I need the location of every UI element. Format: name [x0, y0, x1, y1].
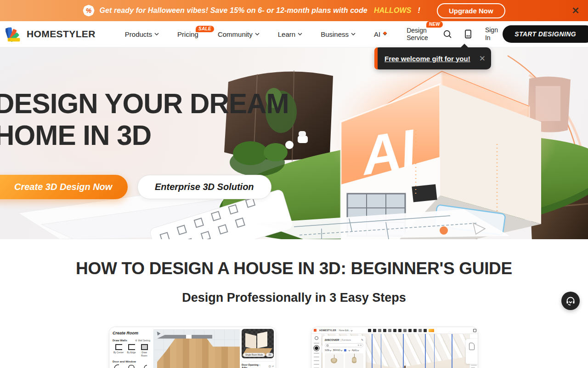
floating-item-card	[466, 339, 478, 364]
single-room-mode-pill: Single Room Mode	[243, 353, 265, 357]
promo-message: Get ready for Halloween vibes! Save 15% …	[99, 6, 367, 15]
mini-search-icon	[358, 345, 359, 346]
nav-item-pricing[interactable]: Pricing SALE	[171, 30, 205, 38]
double-door-icon	[128, 364, 135, 368]
discover-category: | Furniture	[340, 339, 351, 341]
chevron-down-icon	[351, 33, 356, 35]
discover-title: DISCOVER	[325, 339, 339, 341]
expand-icon: ↗	[272, 365, 274, 368]
promo-code: HALLOWS	[374, 6, 412, 15]
nav-menu: Products Pricing SALE Community Learn Bu…	[119, 27, 435, 41]
editor-top-bar: HOMESTYLER Home Edit...	[311, 327, 478, 334]
color-filter-swatch	[344, 349, 346, 351]
room-wall	[157, 335, 212, 339]
filter-row: SIZE BRAND Apply	[325, 349, 363, 351]
nav-item-design-service[interactable]: Design Service NEW	[400, 27, 435, 41]
banner-close-icon[interactable]: ✕	[571, 6, 581, 16]
enterprise-solution-button[interactable]: Enterprise 3D Solution	[137, 175, 271, 199]
editor-corner-icon	[473, 329, 476, 332]
homestyler-logo[interactable]: HOMESTYLER	[6, 25, 96, 43]
new-badge: NEW	[426, 21, 443, 28]
pencil-icon: ✎	[361, 338, 363, 341]
door-opening-panel: Door Opening - Adju... ⓘ ↗	[242, 361, 274, 368]
sign-in-link[interactable]: SignIn	[485, 26, 498, 42]
hero-ai-label: AI	[356, 118, 421, 187]
editor-brand: HOMESTYLER	[319, 329, 336, 332]
upgrade-now-button[interactable]: Upgrade Now	[437, 3, 505, 18]
room-3d-preview: Single Room Mode 3D	[242, 329, 274, 358]
gear-icon: ⚙	[135, 339, 137, 342]
search-icon[interactable]	[443, 29, 452, 39]
draw-room-icon	[141, 344, 148, 350]
window-arc-icon	[143, 364, 149, 368]
tool-by-center: By Center	[113, 344, 124, 357]
homestyler-landing-page: % Get ready for Halloween vibes! Save 15…	[0, 0, 588, 368]
nav-item-products[interactable]: Products	[119, 30, 165, 38]
discover-panel: DISCOVER | Furniture ✎ SIZE BRAND Apply	[322, 336, 366, 368]
hero-section: AI	[0, 47, 588, 239]
notification-dot	[384, 32, 386, 34]
brand-name: HOMESTYLER	[27, 29, 96, 40]
panel-title: Create Room	[113, 331, 150, 335]
door-gap	[186, 335, 192, 339]
editor-search-box	[325, 343, 363, 347]
view-3d-pill: 3D	[266, 353, 273, 357]
logo-fan-icon	[6, 25, 23, 43]
guide-subheading: Design Professionally in 3 Easy Steps	[0, 291, 588, 305]
wall-center-icon	[115, 344, 122, 350]
nav-item-community[interactable]: Community	[211, 30, 266, 38]
percent-badge-icon: %	[83, 5, 95, 17]
decorate-tab-selected	[315, 346, 318, 350]
info-icon: ⓘ	[269, 365, 271, 368]
editor-logo-icon	[314, 329, 317, 332]
hero-title: DESIGN YOUR DREAM HOME IN 3D	[0, 88, 289, 151]
welcome-gift-link[interactable]: Free welcome gift for you!	[384, 55, 470, 63]
render-button-icon	[429, 329, 434, 332]
chandelier-thumb	[325, 353, 344, 368]
editor-tab: Home Edit...	[339, 329, 351, 332]
nav-item-ai[interactable]: AI	[368, 30, 394, 38]
promo-message-suffix: !	[418, 6, 420, 15]
guide-heading: HOW TO DESIGN A HOUSE IN 3D: BEGINNER'S …	[0, 259, 588, 278]
tool-by-edge: By Edge	[125, 344, 137, 357]
mini-mic-icon	[360, 345, 362, 346]
tool-draw-room: Draw Room	[138, 344, 150, 357]
wall-setting-label: ⚙ Wall Setting	[135, 339, 150, 342]
step-screenshot-floorplan: Create Room Draw Walls ⚙ Wall Setting By…	[109, 327, 276, 368]
svg-text:%: %	[86, 7, 92, 14]
floorplan-side-panel: Single Room Mode 3D Door Opening - Adju.…	[240, 327, 276, 368]
support-chat-button[interactable]	[561, 292, 580, 310]
headset-icon	[565, 295, 576, 306]
promo-banner: % Get ready for Halloween vibes! Save 15…	[0, 0, 588, 21]
wood-pole	[404, 366, 406, 368]
editor-toolbar	[368, 329, 434, 332]
create-design-button[interactable]: Create 3D Design Now	[0, 175, 128, 199]
editor-left-rail	[311, 334, 322, 368]
furniture-thumbnails	[325, 353, 363, 368]
chevron-down-icon	[255, 33, 260, 35]
chevron-down-icon	[154, 33, 159, 35]
draw-walls-label: Draw Walls	[113, 339, 127, 342]
welcome-gift-tooltip: Free welcome gift for you! ✕	[374, 47, 491, 69]
door-window-icons	[113, 363, 150, 368]
tooltip-close-icon[interactable]: ✕	[479, 54, 486, 63]
chevron-down-icon	[298, 33, 302, 35]
wall-edge-icon	[128, 344, 135, 350]
chevron-down-icon	[351, 329, 352, 331]
main-navigation: HOMESTYLER Products Pricing SALE Communi…	[0, 21, 588, 47]
chandelier-thumb	[345, 353, 364, 368]
door-arch-icon	[113, 364, 120, 368]
nav-item-learn[interactable]: Learn	[271, 30, 309, 38]
mobile-app-icon[interactable]	[464, 29, 472, 39]
create-room-panel: Create Room Draw Walls ⚙ Wall Setting By…	[109, 327, 153, 368]
floorplan-canvas: Unnamed space	[153, 329, 240, 368]
armchair-outline-icon	[469, 343, 475, 350]
compass-icon	[155, 330, 160, 335]
nav-item-business[interactable]: Business	[314, 30, 362, 38]
room-floor	[157, 338, 242, 368]
step-screenshot-editor: HOMESTYLER Home Edit...	[311, 327, 478, 368]
start-designing-button[interactable]: START DESIGNING	[503, 25, 588, 43]
